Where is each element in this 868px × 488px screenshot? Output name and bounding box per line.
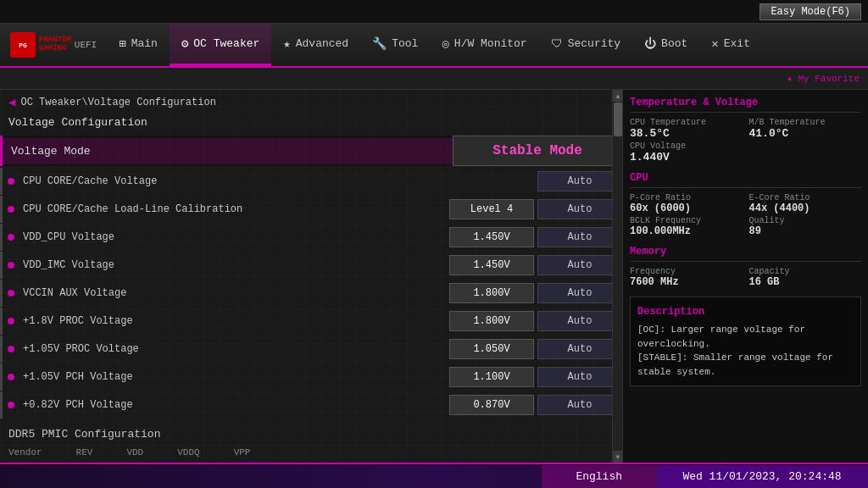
quality-value: 89 bbox=[749, 225, 862, 237]
voltage-mode-label: Voltage Mode bbox=[3, 138, 453, 164]
main-content: ◀ OC Tweaker\Voltage Configuration Volta… bbox=[0, 90, 868, 463]
nav-tool-label: Tool bbox=[392, 37, 418, 50]
ddr5-title: DDR5 PMIC Configuration bbox=[8, 428, 614, 441]
nav-advanced-label: Advanced bbox=[296, 37, 348, 50]
my-favorite-button[interactable]: ★ My Favorite bbox=[787, 73, 860, 84]
config-auto-5: Auto bbox=[537, 311, 622, 331]
config-auto-2: Auto bbox=[537, 227, 622, 247]
right-panel: Temperature & Voltage CPU Temperature 38… bbox=[622, 90, 868, 463]
capacity-value: 16 GB bbox=[749, 276, 862, 288]
config-label-7: +1.05V PCH Voltage bbox=[19, 366, 449, 388]
ddr5-row-a1: A1: None bbox=[0, 461, 622, 463]
main-icon: ⊞ bbox=[119, 36, 125, 51]
capacity-label: Capacity bbox=[749, 267, 862, 276]
config-row-vdd-imc[interactable]: VDD_IMC Voltage 1.450V Auto bbox=[0, 252, 622, 279]
ddr5-col-rev: REV bbox=[76, 447, 93, 458]
nav-main-label: Main bbox=[131, 37, 158, 50]
cpu-volt-label: CPU Voltage bbox=[630, 141, 743, 151]
scroll-down-arrow[interactable]: ▼ bbox=[613, 451, 622, 463]
ddr5-col-vendor: Vendor bbox=[8, 447, 42, 458]
scrollbar[interactable]: ▲ ▼ bbox=[612, 90, 622, 463]
logo-text2: GAMING bbox=[39, 45, 71, 53]
config-label-8: +0.82V PCH Voltage bbox=[19, 394, 449, 416]
page-title: Voltage Configuration bbox=[0, 114, 622, 134]
temp-voltage-title: Temperature & Voltage bbox=[630, 97, 861, 113]
language-label: English bbox=[542, 465, 656, 488]
mb-temp-value: 41.0°C bbox=[749, 127, 862, 140]
left-panel: ◀ OC Tweaker\Voltage Configuration Volta… bbox=[0, 90, 622, 463]
desc-title: Description bbox=[637, 304, 854, 319]
row-indicator bbox=[8, 374, 14, 380]
config-auto-4: Auto bbox=[537, 283, 622, 303]
voltage-mode-value: Stable Mode bbox=[453, 136, 622, 166]
config-label-2: VDD_CPU Voltage bbox=[19, 226, 449, 248]
nav-oc-tweaker[interactable]: ⚙ OC Tweaker bbox=[170, 24, 271, 66]
config-row-vdd-cpu[interactable]: VDD_CPU Voltage 1.450V Auto bbox=[0, 224, 622, 251]
hw-icon: ◎ bbox=[442, 36, 448, 51]
config-row-load-line[interactable]: CPU CORE/Cache Load-Line Calibration Lev… bbox=[0, 196, 622, 223]
pcore-value: 60x (6000) bbox=[630, 202, 743, 214]
bclk-value: 100.000MHz bbox=[630, 225, 743, 237]
freq-value: 7600 MHz bbox=[630, 276, 743, 288]
security-icon: 🛡 bbox=[551, 37, 563, 51]
config-row-1v8-proc[interactable]: +1.8V PROC Voltage 1.800V Auto bbox=[0, 308, 622, 335]
config-val-6: 1.050V bbox=[449, 339, 534, 359]
advanced-icon: ★ bbox=[283, 36, 290, 51]
row-indicator bbox=[8, 346, 14, 352]
breadcrumb-path: OC Tweaker\Voltage Configuration bbox=[20, 97, 215, 108]
nav-bar: PG PHANTOM GAMING UEFI ⊞ Main ⚙ OC Tweak… bbox=[0, 24, 868, 68]
scroll-thumb[interactable] bbox=[614, 103, 622, 136]
quality-label: Quality bbox=[749, 216, 862, 225]
nav-exit[interactable]: ✕ Exit bbox=[699, 24, 762, 66]
favorite-bar: ★ My Favorite bbox=[0, 68, 868, 90]
nav-tool[interactable]: 🔧 Tool bbox=[360, 24, 430, 66]
row-indicator bbox=[8, 318, 14, 324]
config-row-1v05-proc[interactable]: +1.05V PROC Voltage 1.050V Auto bbox=[0, 336, 622, 363]
config-label-3: VDD_IMC Voltage bbox=[19, 254, 449, 276]
config-val-4: 1.800V bbox=[449, 283, 534, 303]
tool-icon: 🔧 bbox=[372, 36, 387, 51]
datetime-label: Wed 11/01/2023, 20:24:48 bbox=[656, 465, 868, 488]
oc-icon: ⚙ bbox=[181, 36, 188, 51]
cpu-title: CPU bbox=[630, 172, 861, 188]
scroll-up-arrow[interactable]: ▲ bbox=[613, 90, 622, 102]
config-auto-1: Auto bbox=[537, 199, 622, 219]
freq-label: Frequency bbox=[630, 267, 743, 276]
config-label-6: +1.05V PROC Voltage bbox=[19, 338, 449, 360]
ddr5-col-vpp: VPP bbox=[234, 447, 251, 458]
config-val-5: 1.800V bbox=[449, 311, 534, 331]
row-indicator bbox=[8, 402, 14, 408]
config-label-5: +1.8V PROC Voltage bbox=[19, 310, 449, 332]
breadcrumb: ◀ OC Tweaker\Voltage Configuration bbox=[0, 90, 622, 114]
description-box: Description [OC]: Larger range voltage f… bbox=[630, 297, 861, 386]
config-val-2: 1.450V bbox=[449, 227, 534, 247]
exit-icon: ✕ bbox=[711, 36, 718, 51]
config-rows-container: CPU CORE/Cache Voltage Auto CPU CORE/Cac… bbox=[0, 168, 622, 419]
nav-boot[interactable]: ⏻ Boot bbox=[632, 24, 699, 66]
config-auto-0: Auto bbox=[537, 171, 622, 191]
nav-hw-monitor[interactable]: ◎ H/W Monitor bbox=[430, 24, 538, 66]
config-auto-8: Auto bbox=[537, 395, 622, 415]
back-arrow[interactable]: ◀ bbox=[8, 95, 15, 109]
memory-grid: Frequency 7600 MHz Capacity 16 GB bbox=[630, 267, 861, 288]
voltage-mode-row[interactable]: Voltage Mode Stable Mode bbox=[0, 136, 622, 166]
ecore-label: E-Core Ratio bbox=[749, 193, 862, 202]
nav-main[interactable]: ⊞ Main bbox=[107, 24, 170, 66]
config-row-0v82-pch[interactable]: +0.82V PCH Voltage 0.870V Auto bbox=[0, 391, 622, 419]
temp-voltage-grid: CPU Temperature 38.5°C M/B Temperature 4… bbox=[630, 118, 861, 164]
logo: PG PHANTOM GAMING UEFI bbox=[3, 32, 103, 58]
config-row-vccin-aux[interactable]: VCCIN AUX Voltage 1.800V Auto bbox=[0, 280, 622, 307]
config-auto-7: Auto bbox=[537, 367, 622, 387]
nav-oc-label: OC Tweaker bbox=[193, 37, 259, 50]
top-bar: Easy Mode(F6) bbox=[0, 0, 868, 24]
easy-mode-button[interactable]: Easy Mode(F6) bbox=[760, 3, 861, 20]
nav-security[interactable]: 🛡 Security bbox=[539, 24, 632, 66]
mb-temp-label: M/B Temperature bbox=[749, 118, 862, 127]
nav-advanced[interactable]: ★ Advanced bbox=[271, 24, 360, 66]
config-row-1v05-pch[interactable]: +1.05V PCH Voltage 1.100V Auto bbox=[0, 363, 622, 391]
ddr5-col-vdd: VDD bbox=[126, 447, 143, 458]
config-auto-3: Auto bbox=[537, 255, 622, 275]
config-row-cpu-core-cache[interactable]: CPU CORE/Cache Voltage Auto bbox=[0, 168, 622, 195]
ecore-value: 44x (4400) bbox=[749, 202, 862, 214]
row-indicator bbox=[8, 290, 14, 297]
